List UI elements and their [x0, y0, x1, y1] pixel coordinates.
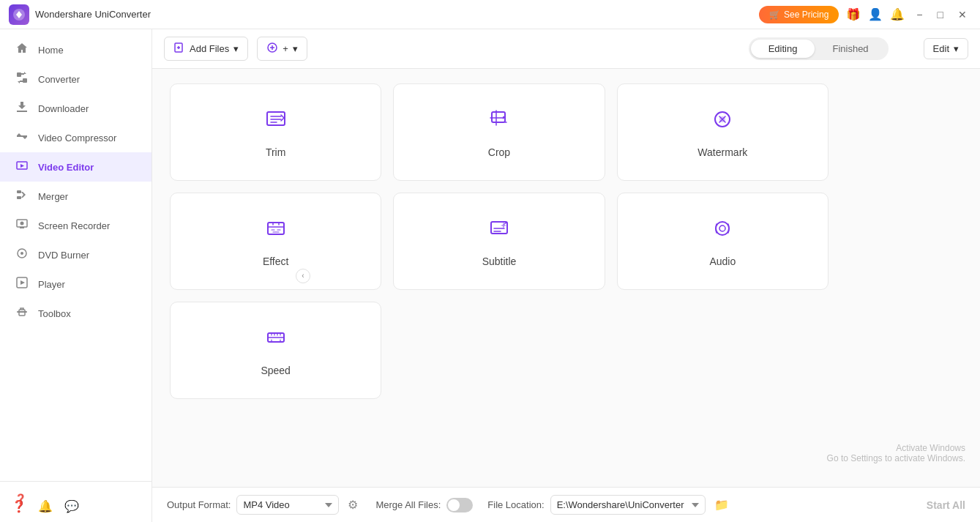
add-dropdown-arrow: ▾ [293, 43, 298, 54]
start-all-area: Start All [927, 499, 965, 511]
audio-icon [709, 215, 736, 247]
sidebar-item-screen-recorder[interactable]: Screen Recorder [0, 211, 152, 240]
add-files-icon [173, 42, 185, 56]
sidebar-item-home[interactable]: Home [0, 35, 152, 64]
bottom-help-icon[interactable]: ❓ [12, 499, 26, 513]
sidebar-item-downloader[interactable]: Downloader [0, 94, 152, 123]
feature-audio[interactable]: Audio [617, 193, 828, 290]
svg-point-26 [719, 225, 725, 231]
svg-rect-17 [267, 112, 285, 125]
title-bar-right: 🛒 See Pricing 🎁 👤 🔔 − □ ✕ [759, 6, 971, 23]
sidebar-item-dvd-burner[interactable]: DVD Burner [0, 240, 152, 269]
feature-crop[interactable]: Crop [393, 83, 605, 181]
output-format-field: Output Format: MP4 Video MOV Video AVI V… [167, 495, 361, 515]
merge-toggle[interactable] [446, 498, 473, 512]
collapse-sidebar-button[interactable]: ‹ [296, 269, 310, 283]
main-layout: Home Converter Downloader Video Compress… [0, 29, 980, 522]
svg-rect-6 [17, 196, 21, 199]
see-pricing-button[interactable]: 🛒 See Pricing [759, 6, 839, 23]
bell-icon[interactable]: 🔔 [890, 7, 905, 21]
svg-rect-2 [23, 78, 27, 83]
gift-icon[interactable]: 🎁 [846, 7, 861, 21]
svg-rect-22 [268, 223, 284, 234]
watermark-icon [709, 106, 736, 138]
svg-point-11 [20, 252, 23, 255]
close-button[interactable]: ✕ [954, 7, 971, 22]
start-all-label: Start All [927, 499, 965, 511]
edit-dropdown-button[interactable]: Edit ▾ [924, 38, 968, 59]
converter-icon [15, 72, 29, 86]
feature-trim[interactable]: Trim [170, 83, 381, 181]
add-files-dropdown-arrow: ▾ [233, 43, 239, 54]
content-area: Add Files ▾ + ▾ Editing Finished [152, 29, 980, 522]
title-bar-left: Wondershare UniConverter [9, 4, 151, 25]
feature-grid-area: Trim Crop [152, 69, 980, 487]
bottom-chat-icon[interactable]: 💬 [64, 499, 79, 513]
merge-files-field: Merge All Files: [375, 498, 473, 512]
trim-icon [263, 106, 289, 138]
feature-watermark[interactable]: Watermark [617, 83, 828, 181]
feature-subtitle[interactable]: Subtitle [393, 193, 605, 290]
minimize-button[interactable]: − [912, 7, 927, 22]
merger-icon [15, 189, 29, 204]
sidebar: Home Converter Downloader Video Compress… [0, 29, 152, 522]
toolbox-icon [15, 306, 29, 321]
output-format-label: Output Format: [167, 499, 231, 510]
feature-effect[interactable]: Effect [170, 193, 381, 290]
compress-icon [15, 130, 29, 145]
svg-rect-1 [17, 72, 21, 77]
output-format-select[interactable]: MP4 Video MOV Video AVI Video MKV Video [236, 495, 339, 515]
video-editor-icon [15, 160, 29, 174]
svg-rect-14 [17, 311, 27, 313]
edit-dropdown-arrow: ▾ [954, 43, 959, 54]
user-icon[interactable]: 👤 [868, 7, 883, 21]
toolbar: Add Files ▾ + ▾ Editing Finished [152, 29, 980, 69]
add-button[interactable]: + ▾ [257, 37, 307, 61]
editing-tab[interactable]: Editing [751, 40, 815, 58]
bottom-bar: Output Format: MP4 Video MOV Video AVI V… [152, 487, 980, 522]
svg-rect-3 [17, 135, 27, 137]
effect-icon [263, 215, 289, 247]
dvd-icon [15, 247, 29, 262]
file-location-browse-button[interactable]: 📁 [711, 496, 732, 513]
editing-finished-toggle: Editing Finished [749, 37, 889, 60]
screen-recorder-icon [15, 218, 29, 233]
feature-grid: Trim Crop [170, 83, 828, 399]
bottom-bell-icon[interactable]: 🔔 [38, 499, 53, 513]
crop-icon [486, 106, 512, 138]
sidebar-item-toolbox[interactable]: Toolbox [0, 299, 152, 328]
output-format-settings-button[interactable]: ⚙ [345, 496, 361, 513]
finished-tab[interactable]: Finished [815, 40, 886, 58]
sidebar-item-player[interactable]: Player [0, 269, 152, 299]
player-icon [15, 277, 29, 291]
svg-rect-5 [17, 190, 21, 193]
cart-icon: 🛒 [769, 10, 780, 20]
sidebar-item-video-compressor[interactable]: Video Compressor [0, 123, 152, 152]
add-files-button[interactable]: Add Files ▾ [164, 37, 248, 61]
merge-all-files-label: Merge All Files: [375, 499, 441, 510]
file-location-select[interactable]: E:\Wondershare\UniConverter [550, 495, 706, 515]
app-logo [9, 4, 29, 25]
maximize-button[interactable]: □ [933, 7, 948, 22]
app-title: Wondershare UniConverter [35, 9, 151, 20]
svg-point-25 [716, 222, 729, 235]
sidebar-item-converter[interactable]: Converter [0, 64, 152, 94]
home-icon [15, 42, 29, 57]
svg-rect-9 [20, 227, 24, 228]
sidebar-item-merger[interactable]: Merger [0, 182, 152, 211]
svg-point-8 [20, 222, 24, 225]
sidebar-item-video-editor[interactable]: Video Editor [0, 152, 152, 182]
feature-speed[interactable]: Speed [170, 302, 381, 399]
subtitle-icon [486, 215, 512, 247]
download-icon [15, 101, 29, 116]
file-location-label: File Location: [487, 499, 544, 510]
window-controls: − □ ✕ [912, 7, 971, 22]
add-icon [266, 42, 278, 56]
file-location-field: File Location: E:\Wondershare\UniConvert… [487, 495, 731, 515]
speed-icon [263, 324, 289, 356]
title-bar: Wondershare UniConverter 🛒 See Pricing 🎁… [0, 0, 980, 29]
